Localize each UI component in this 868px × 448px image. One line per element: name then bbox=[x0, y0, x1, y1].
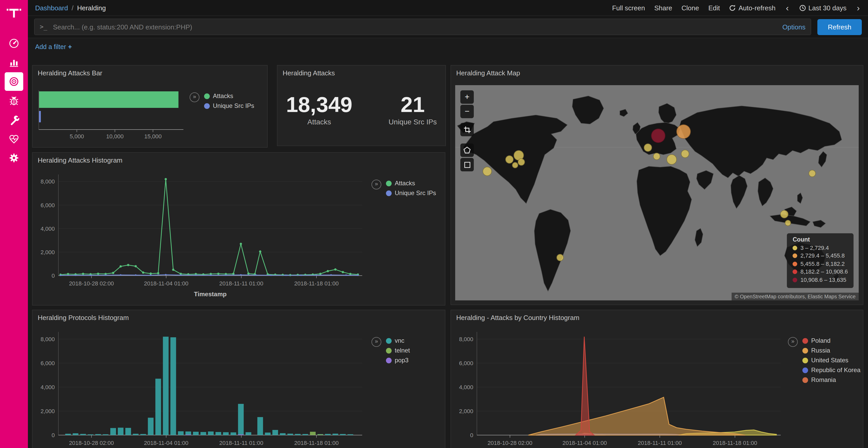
legend-item[interactable]: telnet bbox=[386, 347, 410, 354]
auto-refresh-button[interactable]: Auto-refresh bbox=[729, 4, 776, 12]
fit-bounds-button[interactable] bbox=[460, 123, 474, 136]
legend-label: Attacks bbox=[395, 180, 415, 187]
legend-toggle-icon[interactable]: » bbox=[788, 337, 798, 347]
protocols-histogram-chart[interactable]: 02,0004,0006,0008,0002018-10-28 02:00201… bbox=[35, 323, 369, 448]
map-legend-range: 8,182.2 – 10,908.6 bbox=[801, 268, 848, 276]
fullscreen-button[interactable]: Full screen bbox=[612, 4, 645, 12]
metric-value: 21 bbox=[389, 94, 437, 116]
add-filter-label: Add a filter bbox=[35, 43, 66, 50]
metric-unique-src-ips: 21 Unique Src IPs bbox=[389, 94, 437, 126]
panel-attack-map: Heralding Attack Map bbox=[451, 65, 863, 305]
legend-item[interactable]: Romania bbox=[802, 376, 861, 383]
legend-item[interactable]: Poland bbox=[802, 337, 861, 344]
map-marker[interactable] bbox=[667, 154, 677, 165]
sidebar-item-charts[interactable] bbox=[5, 53, 23, 72]
map-marker[interactable] bbox=[676, 124, 691, 139]
legend-toggle-icon[interactable]: » bbox=[190, 92, 199, 102]
legend-color-dot bbox=[204, 93, 210, 99]
svg-text:2018-11-18 01:00: 2018-11-18 01:00 bbox=[713, 440, 757, 446]
breadcrumb-dashboard-link[interactable]: Dashboard bbox=[35, 4, 68, 12]
map-marker[interactable] bbox=[651, 129, 665, 143]
edit-button[interactable]: Edit bbox=[708, 4, 720, 12]
sidebar bbox=[0, 0, 28, 448]
telekom-logo[interactable] bbox=[6, 5, 22, 23]
map-marker[interactable] bbox=[518, 159, 525, 166]
sidebar-item-health[interactable] bbox=[5, 130, 23, 148]
legend-toggle-icon[interactable]: » bbox=[371, 180, 381, 189]
legend-item[interactable]: Unique Src IPs bbox=[386, 189, 436, 197]
map-marker[interactable] bbox=[681, 149, 689, 158]
map-marker[interactable] bbox=[780, 210, 789, 218]
top-navbar: Dashboard/Heralding Full screen Share Cl… bbox=[28, 0, 868, 16]
map-controls: + − bbox=[460, 90, 474, 171]
app-viewport: Dashboard/Heralding Full screen Share Cl… bbox=[0, 0, 868, 448]
legend-item[interactable]: Attacks bbox=[204, 92, 254, 100]
query-options-link[interactable]: Options bbox=[782, 23, 805, 31]
attack-map[interactable]: + − bbox=[455, 85, 859, 300]
map-marker[interactable] bbox=[644, 143, 652, 152]
time-range-label: Last 30 days bbox=[808, 4, 846, 12]
refresh-button[interactable]: Refresh bbox=[817, 19, 862, 35]
zoom-out-button[interactable]: − bbox=[460, 105, 474, 118]
draw-rectangle-button[interactable] bbox=[460, 158, 474, 171]
map-legend-row: 3 – 2,729.4 bbox=[793, 244, 848, 252]
legend-color-dot bbox=[386, 357, 392, 363]
svg-text:2018-10-28 02:00: 2018-10-28 02:00 bbox=[69, 280, 114, 287]
legend-color-dot bbox=[386, 348, 392, 353]
legend-item[interactable]: Republic of Korea bbox=[802, 367, 861, 374]
svg-text:2018-10-28 02:00: 2018-10-28 02:00 bbox=[488, 440, 532, 446]
map-legend-range: 2,729.4 – 5,455.8 bbox=[801, 252, 845, 260]
legend-label: Republic of Korea bbox=[811, 367, 861, 374]
legend-label: United States bbox=[811, 357, 848, 364]
svg-text:4,000: 4,000 bbox=[459, 384, 473, 390]
sidebar-item-gauge[interactable] bbox=[5, 34, 23, 53]
svg-text:8,000: 8,000 bbox=[40, 178, 55, 185]
attacks-bar-chart[interactable]: 5,00010,00015,000 bbox=[37, 86, 188, 144]
search-input[interactable] bbox=[52, 23, 778, 31]
time-back-chevron[interactable]: ‹ bbox=[785, 3, 790, 12]
legend-toggle-icon[interactable]: » bbox=[371, 337, 381, 347]
zoom-in-button[interactable]: + bbox=[460, 90, 474, 104]
legend-item[interactable]: vnc bbox=[386, 337, 410, 344]
legend-item[interactable]: United States bbox=[802, 357, 861, 364]
map-marker[interactable] bbox=[505, 156, 514, 164]
svg-text:2,000: 2,000 bbox=[40, 408, 55, 414]
share-button[interactable]: Share bbox=[654, 4, 672, 12]
svg-text:4,000: 4,000 bbox=[40, 384, 55, 390]
svg-text:6,000: 6,000 bbox=[40, 202, 55, 208]
main-area: Dashboard/Heralding Full screen Share Cl… bbox=[28, 0, 868, 448]
legend-label: vnc bbox=[395, 337, 404, 344]
sidebar-item-honeypot-active[interactable] bbox=[5, 72, 23, 91]
map-marker[interactable] bbox=[653, 152, 660, 160]
svg-text:0: 0 bbox=[52, 432, 55, 439]
map-marker[interactable] bbox=[483, 167, 492, 176]
attacks-histogram-chart[interactable]: 02,0004,0006,0008,0002018-10-28 02:00201… bbox=[35, 166, 369, 305]
clone-button[interactable]: Clone bbox=[681, 4, 699, 12]
legend-item[interactable]: Unique Src IPs bbox=[204, 102, 254, 109]
svg-text:2018-11-11 01:00: 2018-11-11 01:00 bbox=[219, 280, 263, 287]
legend-color-dot bbox=[204, 103, 210, 109]
time-forward-chevron[interactable]: › bbox=[856, 3, 861, 12]
map-marker[interactable] bbox=[556, 254, 564, 261]
legend-item[interactable]: Russia bbox=[802, 347, 861, 354]
rectangle-icon bbox=[464, 161, 470, 168]
search-box[interactable]: >_ Options bbox=[34, 19, 811, 35]
gear-icon bbox=[8, 152, 20, 164]
map-marker[interactable] bbox=[809, 170, 816, 177]
legend-item[interactable]: pop3 bbox=[386, 357, 410, 364]
chart-legend: » AttacksUnique Src IPs bbox=[371, 180, 436, 197]
sidebar-item-tools[interactable] bbox=[5, 110, 23, 129]
legend-item[interactable]: Attacks bbox=[386, 180, 436, 187]
svg-text:0: 0 bbox=[52, 273, 55, 279]
map-marker[interactable] bbox=[512, 162, 518, 168]
sidebar-item-settings[interactable] bbox=[5, 149, 23, 167]
add-filter-link[interactable]: Add a filter+ bbox=[35, 43, 72, 50]
country-histogram-chart[interactable]: 02,0004,0006,0008,0002018-10-28 02:00201… bbox=[453, 323, 788, 448]
sidebar-item-bug[interactable] bbox=[5, 91, 23, 110]
svg-text:Timestamp: Timestamp bbox=[194, 290, 226, 298]
svg-text:2018-11-11 01:00: 2018-11-11 01:00 bbox=[219, 440, 263, 446]
time-range-picker[interactable]: Last 30 days bbox=[799, 4, 846, 12]
map-marker[interactable] bbox=[784, 220, 791, 226]
panel-attacks-bar: Heralding Attacks Bar 5,00010,00015,000 … bbox=[32, 65, 268, 148]
draw-polygon-button[interactable] bbox=[460, 143, 474, 157]
